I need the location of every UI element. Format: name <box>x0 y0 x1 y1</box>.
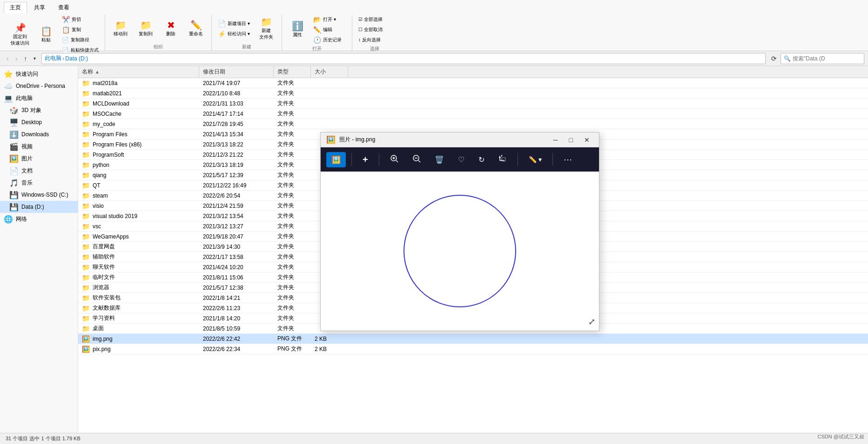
table-row[interactable]: 📁 MSOCache 2021/4/17 17:14 文件夹 <box>78 109 868 119</box>
select-all-button[interactable]: ☑ 全部选择 <box>356 15 393 24</box>
search-box[interactable]: 🔍 <box>781 53 864 64</box>
pv-delete-button[interactable]: 🗑️ <box>430 152 449 167</box>
sidebar-item-data-d[interactable]: 💾 Data (D:) <box>0 201 78 213</box>
sidebar-item-3d-objects[interactable]: 🎲 3D 对象 <box>0 104 78 116</box>
history-dropdown-button[interactable]: ▾ <box>31 54 39 63</box>
sidebar-item-downloads[interactable]: ⬇️ Downloads <box>0 128 78 140</box>
up-button[interactable]: ↑ <box>21 53 30 64</box>
pv-favorite-button[interactable]: ♡ <box>453 152 470 167</box>
col-header-size[interactable]: 大小 <box>311 66 348 78</box>
file-date: 2021/7/4 19:07 <box>199 79 274 87</box>
sidebar-item-windows-ssd[interactable]: 💾 Windows-SSD (C:) <box>0 189 78 201</box>
file-date: 2021/12/22 16:49 <box>199 181 274 190</box>
file-date: 2022/1/10 8:48 <box>199 89 274 98</box>
history-button[interactable]: 🕐 历史记录 <box>311 35 348 45</box>
address-part-pc[interactable]: 此电脑 <box>45 54 61 62</box>
photo-viewer-minimize-button[interactable]: ─ <box>550 135 562 145</box>
forward-button[interactable]: › <box>13 53 20 64</box>
sidebar-item-pictures[interactable]: 🖼️ 图片 <box>0 152 78 165</box>
cut-button[interactable]: ✂️ 剪切 <box>60 15 101 24</box>
col-header-name[interactable]: 名称 ▲ <box>78 66 199 78</box>
table-row[interactable]: 📁 MCLDownload 2022/1/31 13:03 文件夹 <box>78 99 868 109</box>
deselect-all-button[interactable]: ☐ 全部取消 <box>356 25 393 34</box>
file-type: 文件夹 <box>274 160 311 170</box>
file-name: qiang <box>93 172 106 179</box>
paste-button[interactable]: 📋 粘贴 <box>34 24 58 46</box>
address-part-data[interactable]: Data (D:) <box>65 55 88 62</box>
pv-expand-button[interactable]: ⤢ <box>588 317 595 327</box>
sidebar-item-network[interactable]: 🌐 网络 <box>0 213 78 225</box>
invert-select-button[interactable]: ↕ 反向选择 <box>356 35 393 45</box>
edit-button[interactable]: ✏️ 编辑 <box>311 25 348 34</box>
network-icon: 🌐 <box>4 215 13 224</box>
pv-zoom-in-button[interactable] <box>385 151 404 168</box>
file-icon: 📁 <box>82 325 90 332</box>
sidebar-label-quick-access: 快速访问 <box>16 70 38 78</box>
table-row[interactable]: 🖼️ img.png 2022/2/6 22:42 PNG 文件 2 KB <box>78 334 868 344</box>
new-item-button[interactable]: 📄 新建项目 ▾ <box>215 19 253 28</box>
back-button[interactable]: ‹ <box>4 53 12 64</box>
pv-crop-button[interactable] <box>493 151 512 168</box>
sidebar-item-this-pc[interactable]: 💻 此电脑 <box>0 92 78 104</box>
pv-zoom-out-button[interactable] <box>407 151 426 168</box>
photo-viewer-close-button[interactable]: ✕ <box>580 135 593 145</box>
sidebar-item-onedrive[interactable]: ☁️ OneDrive - Persona <box>0 80 78 92</box>
zoom-in-icon <box>390 154 398 163</box>
table-row[interactable]: 📁 matlab2021 2022/1/10 8:48 文件夹 <box>78 88 868 99</box>
file-name: Program Files <box>93 131 128 138</box>
pv-edit-more-button[interactable]: ✏️ ▾ <box>524 152 547 166</box>
sidebar-item-documents[interactable]: 📄 文档 <box>0 165 78 177</box>
search-input[interactable] <box>793 55 861 62</box>
photo-viewer-maximize-button[interactable]: □ <box>565 135 577 145</box>
ribbon-tab-home[interactable]: 主页 <box>4 2 27 13</box>
table-row[interactable]: 📁 my_code 2021/7/28 19:45 文件夹 <box>78 119 868 129</box>
new-folder-button[interactable]: 📁 新建文件夹 <box>255 15 278 43</box>
pv-add-button[interactable]: + <box>357 151 373 168</box>
properties-button[interactable]: ℹ️ 属性 <box>286 19 309 40</box>
delete-button[interactable]: ✖ 删除 <box>159 18 182 40</box>
pv-more-button[interactable]: ⋯ <box>558 151 578 168</box>
table-row[interactable]: 📁 mat2018a 2021/7/4 19:07 文件夹 <box>78 78 868 88</box>
col-header-type[interactable]: 类型 <box>274 66 311 78</box>
easy-access-button[interactable]: ⚡ 轻松访问 ▾ <box>215 29 253 39</box>
ribbon-tab-share[interactable]: 共享 <box>28 2 51 13</box>
file-name: ProgramSoft <box>93 152 124 158</box>
sidebar-item-videos[interactable]: 🎬 视频 <box>0 140 78 152</box>
pv-rotate-button[interactable]: ↻ <box>473 152 490 167</box>
table-row[interactable]: 🖼️ pix.png 2022/2/6 22:34 PNG 文件 2 KB <box>78 344 868 354</box>
file-icon: 📁 <box>82 120 90 128</box>
move-to-button[interactable]: 📁 移动到 <box>109 18 132 40</box>
copy-to-button[interactable]: 📁 复制到 <box>134 18 157 40</box>
pin-button[interactable]: 📌 固定到快速访问 <box>7 21 33 49</box>
ribbon-group-new: 📄 新建项目 ▾ ⚡ 轻松访问 ▾ 📁 新建文件夹 新建 <box>212 15 282 51</box>
file-date: 2021/4/13 15:34 <box>199 130 274 139</box>
file-icon: 📁 <box>82 182 90 189</box>
address-bar[interactable]: 此电脑 › Data (D:) <box>41 53 766 64</box>
file-type: 文件夹 <box>274 170 311 180</box>
file-date: 2021/12/3 21:22 <box>199 151 274 159</box>
photo-viewer-content[interactable]: ⤢ <box>321 172 599 331</box>
sidebar-item-quick-access[interactable]: ⭐ 快速访问 <box>0 68 78 80</box>
rename-button[interactable]: ✏️ 重命名 <box>184 18 208 40</box>
refresh-button[interactable]: ⟳ <box>768 53 780 64</box>
invert-select-label: ↕ 反向选择 <box>358 37 381 43</box>
open-button[interactable]: 📂 打开 ▾ <box>311 15 348 24</box>
pv-image-view-button[interactable]: 🖼️ <box>326 152 346 167</box>
col-header-date[interactable]: 修改日期 <box>199 66 274 78</box>
sidebar-item-music[interactable]: 🎵 音乐 <box>0 177 78 189</box>
photo-viewer-title-text: 照片 - img.png <box>339 136 546 144</box>
file-icon: 📁 <box>82 90 90 97</box>
file-date: 2021/8/11 15:06 <box>199 273 274 282</box>
sidebar-item-desktop[interactable]: 🖥️ Desktop <box>0 116 78 128</box>
file-icon: 📁 <box>82 161 90 169</box>
file-type: 文件夹 <box>274 232 311 241</box>
paste-label: 粘贴 <box>41 37 51 43</box>
copy-button[interactable]: 📋 复制 <box>60 25 101 34</box>
file-type: 文件夹 <box>274 119 311 129</box>
copy-path-button[interactable]: 📄 复制路径 <box>60 35 101 45</box>
ribbon-tab-view[interactable]: 查看 <box>52 2 75 13</box>
select-all-label: ☑ 全部选择 <box>358 16 383 23</box>
toolbar: ‹ › ↑ ▾ 此电脑 › Data (D:) ⟳ 🔍 <box>0 51 868 66</box>
file-type: 文件夹 <box>274 150 311 159</box>
sidebar-label-music: 音乐 <box>21 179 33 187</box>
